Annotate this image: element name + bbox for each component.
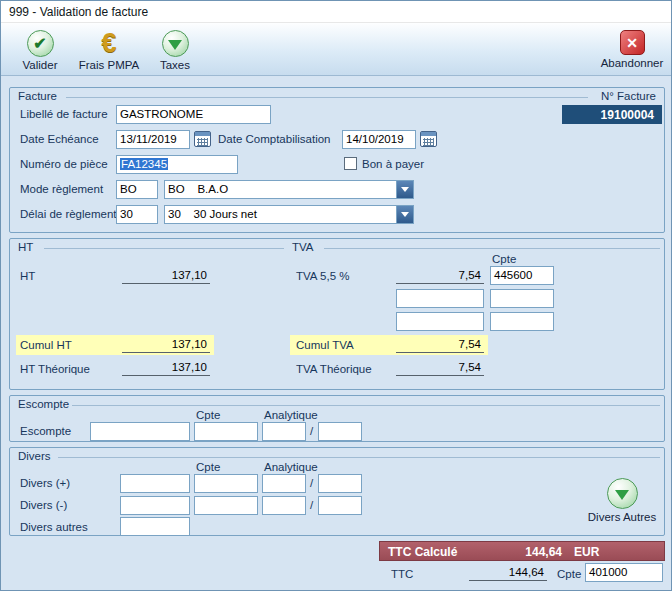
valider-button[interactable]: ✔ Valider <box>11 30 69 71</box>
delai-reglement-combo[interactable]: 30 30 Jours net <box>164 205 414 224</box>
escompte-amount-input[interactable] <box>90 422 190 441</box>
escompte-cpte-input[interactable] <box>194 422 258 441</box>
escompte-cpte-header: Cpte <box>196 409 220 421</box>
date-echeance-calendar-icon[interactable] <box>194 131 211 147</box>
tva-55-value: 7,54 <box>396 267 484 284</box>
escompte-title: Escompte <box>18 398 69 410</box>
divers-title: Divers <box>18 450 51 462</box>
date-comptabilisation-label: Date Comptabilisation <box>218 133 331 145</box>
abandonner-button[interactable]: ✕ Abandonner <box>597 30 667 69</box>
euro-icon: € <box>101 30 116 57</box>
facture-title-line <box>66 97 588 98</box>
mode-reglement-label: Mode règlement <box>20 183 103 195</box>
divers-cpte-header: Cpte <box>196 461 220 473</box>
facture-groupbox: Facture N° Facture 19100004 Libellé de f… <box>9 87 665 233</box>
bon-a-payer-checkbox[interactable] <box>344 157 357 170</box>
facture-title: Facture <box>18 90 57 102</box>
taxes-label: Taxes <box>160 59 190 71</box>
divers-minus-analytique-separator: / <box>310 499 313 511</box>
numero-piece-selection: FA12345 <box>120 158 168 170</box>
divers-groupbox: Divers Cpte Analytique Divers (+) / Dive… <box>9 447 665 536</box>
divers-autres-button-label: Divers Autres <box>588 511 656 523</box>
escompte-title-line <box>72 405 660 406</box>
ttc-cpte-input[interactable]: 401000 <box>585 563 663 582</box>
validation-facture-window: 999 - Validation de facture ✔ Valider € … <box>0 0 672 591</box>
escompte-groupbox: Escompte Cpte Analytique Escompte / <box>9 395 665 442</box>
window-titlebar[interactable]: 999 - Validation de facture <box>1 1 671 23</box>
window-title: 999 - Validation de facture <box>9 5 148 19</box>
ht-theorique-label: HT Théorique <box>20 363 90 375</box>
escompte-analytique-header: Analytique <box>264 409 318 421</box>
date-echeance-input[interactable]: 13/11/2019 <box>116 130 190 149</box>
divers-title-line <box>58 457 660 458</box>
tva-row3-cpte-input[interactable] <box>490 312 554 331</box>
frais-pmpa-button[interactable]: € Frais PMPA <box>75 30 143 71</box>
divers-autres-input[interactable] <box>120 517 190 536</box>
cumul-tva-value: 7,54 <box>396 336 484 353</box>
ttc-calcule-value: 144,64 <box>478 545 562 559</box>
divers-analytique-header: Analytique <box>264 461 318 473</box>
cumul-ht-value: 137,10 <box>122 336 210 353</box>
delai-reglement-label: Délai de règlement <box>20 208 117 220</box>
date-echeance-label: Date Echéance <box>20 133 99 145</box>
ttc-label: TTC <box>391 568 413 580</box>
cumul-tva-highlight: Cumul TVA 7,54 <box>290 335 488 355</box>
tva-row2-cpte-input[interactable] <box>490 289 554 308</box>
libelle-facture-label: Libellé de facture <box>20 108 108 120</box>
escompte-analytique-input-1[interactable] <box>262 422 306 441</box>
tva-theorique-label: TVA Théorique <box>296 363 372 375</box>
arrow-down-circle-icon <box>607 478 638 509</box>
divers-minus-analytique-input-2[interactable] <box>318 496 362 515</box>
date-comptabilisation-calendar-icon[interactable] <box>420 131 437 147</box>
tva-55-cpte-input[interactable]: 445600 <box>490 266 554 285</box>
tva-section-title: TVA <box>292 241 314 253</box>
toolbar: ✔ Valider € Frais PMPA Taxes ✕ Abandonne… <box>1 23 671 76</box>
frais-pmpa-label: Frais PMPA <box>79 59 140 71</box>
divers-autres-label: Divers autres <box>20 521 88 533</box>
divers-minus-amount-input[interactable] <box>120 496 190 515</box>
ttc-calcule-bar: TTC Calculé 144,64 EUR <box>379 541 665 561</box>
divers-plus-analytique-input-2[interactable] <box>318 474 362 493</box>
divers-plus-label: Divers (+) <box>20 477 70 489</box>
numero-piece-label: Numéro de pièce <box>20 158 108 170</box>
ht-label: HT <box>20 270 35 282</box>
escompte-analytique-separator: / <box>310 425 313 437</box>
divers-plus-cpte-input[interactable] <box>194 474 258 493</box>
num-facture-label: N° Facture <box>601 90 656 102</box>
date-comptabilisation-input[interactable]: 14/10/2019 <box>342 130 416 149</box>
valider-label: Valider <box>23 59 58 71</box>
combo-arrow-icon[interactable] <box>396 206 413 223</box>
mode-reglement-code-input[interactable]: BO <box>116 180 158 199</box>
num-facture-value: 19100004 <box>562 105 662 124</box>
ht-section-title: HT <box>18 241 33 253</box>
cpte-column-header: Cpte <box>492 253 516 265</box>
abandonner-label: Abandonner <box>601 57 664 69</box>
divers-plus-amount-input[interactable] <box>120 474 190 493</box>
divers-minus-cpte-input[interactable] <box>194 496 258 515</box>
ttc-calcule-label: TTC Calculé <box>388 545 457 559</box>
divers-autres-button[interactable]: Divers Autres <box>583 478 661 523</box>
numero-piece-input[interactable]: FA12345 <box>116 155 238 174</box>
cumul-ht-label: Cumul HT <box>20 339 72 351</box>
bon-a-payer-label: Bon à payer <box>362 158 424 170</box>
combo-arrow-icon[interactable] <box>396 181 413 198</box>
ht-value: 137,10 <box>122 267 210 284</box>
delai-reglement-code-input[interactable]: 30 <box>116 205 158 224</box>
taxes-button[interactable]: Taxes <box>149 30 201 71</box>
divers-plus-analytique-separator: / <box>310 477 313 489</box>
escompte-label: Escompte <box>20 425 71 437</box>
ht-tva-groupbox: HT TVA Cpte HT 137,10 TVA 5,5 % 7,54 445… <box>9 238 665 390</box>
arrow-down-circle-icon <box>162 30 189 57</box>
divers-plus-analytique-input-1[interactable] <box>262 474 306 493</box>
divers-minus-analytique-input-1[interactable] <box>262 496 306 515</box>
libelle-facture-input[interactable]: GASTRONOME <box>116 105 271 124</box>
tva-title-line <box>324 248 660 249</box>
ttc-cpte-label: Cpte <box>557 568 581 580</box>
cumul-tva-label: Cumul TVA <box>296 339 354 351</box>
tva-row2-value-input[interactable] <box>396 289 484 308</box>
mode-reglement-combo[interactable]: BO B.A.O <box>164 180 414 199</box>
tva-row3-value-input[interactable] <box>396 312 484 331</box>
escompte-analytique-input-2[interactable] <box>318 422 362 441</box>
cumul-ht-highlight: Cumul HT 137,10 <box>16 335 214 355</box>
ht-title-line <box>44 248 284 249</box>
